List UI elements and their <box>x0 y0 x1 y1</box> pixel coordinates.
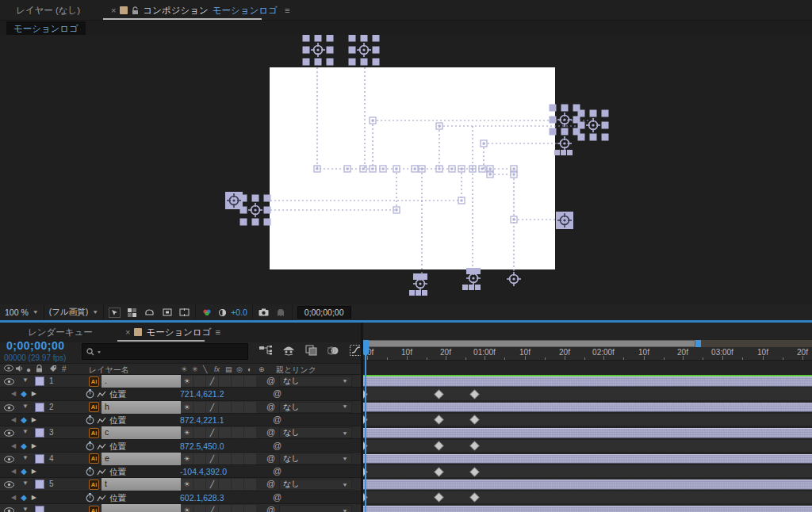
eye-icon[interactable] <box>4 456 14 463</box>
position-value[interactable]: 872.4,221.1 <box>180 415 224 425</box>
next-keyframe-icon[interactable]: ▶ <box>32 494 36 501</box>
viewer-comp-tab[interactable]: モーションロゴ <box>6 21 86 35</box>
selection-handle[interactable] <box>240 219 247 226</box>
label-color-chip[interactable] <box>35 506 44 512</box>
region-of-interest-icon[interactable] <box>161 308 173 318</box>
switch-cell[interactable] <box>193 479 206 490</box>
switch-cell[interactable] <box>193 427 206 438</box>
switch-cell[interactable] <box>244 479 257 490</box>
switch-column-icon[interactable]: ▤ <box>225 365 236 373</box>
keyframe-diamond[interactable] <box>435 468 442 476</box>
selection-handle[interactable] <box>590 134 597 141</box>
keyframe-track-row[interactable] <box>363 465 812 478</box>
layer-row[interactable]: ▼2Aih☀╱@なし▼ <box>0 401 361 414</box>
quality-icon[interactable]: ╱ <box>206 479 219 490</box>
stopwatch-icon[interactable] <box>86 467 94 476</box>
selection-handle[interactable] <box>303 47 310 54</box>
stopwatch-icon[interactable] <box>86 389 94 399</box>
current-time-display[interactable]: 0;00;00;00 <box>6 339 65 352</box>
switch-cell[interactable] <box>219 453 232 464</box>
switch-cell[interactable] <box>219 479 232 490</box>
layer-duration-bar-row[interactable] <box>363 453 812 465</box>
selection-handle[interactable] <box>475 285 481 290</box>
switch-column-icon[interactable]: ╲ <box>203 365 214 373</box>
navigator-right-handle[interactable] <box>695 340 701 347</box>
lock-column-icon[interactable] <box>36 365 43 373</box>
selection-handle[interactable] <box>303 35 310 42</box>
layer-switches[interactable]: ☀╱ <box>181 427 257 438</box>
property-pickwhip-icon[interactable]: @ <box>273 441 282 450</box>
layer-duration-bar[interactable] <box>363 506 812 512</box>
label-color-chip[interactable] <box>35 376 44 386</box>
composition-viewport[interactable] <box>0 35 812 304</box>
parent-pickwhip-icon[interactable]: @ <box>266 453 275 463</box>
position-value[interactable]: 872.5,450.0 <box>180 441 224 451</box>
keyframe-diamond[interactable] <box>470 442 478 450</box>
eye-icon[interactable] <box>4 430 14 437</box>
switch-cell[interactable] <box>219 402 232 413</box>
selection-handle[interactable] <box>590 110 597 117</box>
keyframe-diamond[interactable] <box>435 390 442 398</box>
keyframe-diamond[interactable] <box>470 416 478 424</box>
keyframe-diamond[interactable] <box>435 416 442 424</box>
parent-pickwhip-icon[interactable]: @ <box>266 402 275 411</box>
solo-column-icon[interactable]: ● <box>26 365 31 374</box>
expand-chevron-icon[interactable]: ▼ <box>22 376 29 384</box>
layer-duration-bar-row[interactable] <box>363 375 812 388</box>
navigator-visible-range[interactable] <box>363 340 695 347</box>
video-column-icon[interactable] <box>4 365 13 372</box>
switch-cell[interactable] <box>244 402 257 413</box>
quality-icon[interactable]: ╱ <box>206 505 219 512</box>
graph-icon[interactable] <box>97 443 106 450</box>
switch-cell[interactable] <box>232 427 244 438</box>
audio-column-icon[interactable] <box>15 365 23 373</box>
position-property-row[interactable]: ◀◆▶位置-104.4,392.0@ <box>0 465 361 478</box>
layer-duration-bar[interactable] <box>363 403 812 413</box>
selection-handle[interactable] <box>303 59 310 66</box>
layer-row[interactable]: ▼Ai☀╱@▼ <box>0 504 361 512</box>
selection-handle[interactable] <box>602 122 609 129</box>
label-color-chip[interactable] <box>35 454 44 464</box>
collapse-transformations-icon[interactable]: ☀ <box>181 376 193 387</box>
expand-chevron-icon[interactable]: ▼ <box>22 506 29 512</box>
layer-row[interactable]: ▼3Aic☀╱@なし▼ <box>0 426 361 439</box>
parent-dropdown[interactable]: なし▼ <box>279 479 352 490</box>
keyframe-diamond[interactable] <box>435 442 442 450</box>
keyframe-track-row[interactable] <box>363 491 812 504</box>
selection-handle[interactable] <box>327 59 334 66</box>
property-pickwhip-icon[interactable]: @ <box>273 492 282 502</box>
tab-layer-panel[interactable]: レイヤー (なし) <box>8 0 88 21</box>
panel-splitter[interactable] <box>361 323 363 512</box>
collapse-transformations-icon[interactable]: ☀ <box>181 479 193 490</box>
switch-cell[interactable] <box>244 453 257 464</box>
switch-cell[interactable] <box>219 376 232 387</box>
selection-handle[interactable] <box>349 59 356 66</box>
layer-switches[interactable]: ☀╱ <box>181 479 257 490</box>
selection-handle[interactable] <box>422 290 427 296</box>
position-property-row[interactable]: ◀◆▶位置872.5,450.0@ <box>0 440 361 453</box>
eye-icon[interactable] <box>4 404 14 411</box>
selection-handle[interactable] <box>602 110 609 117</box>
prev-keyframe-icon[interactable]: ◀ <box>11 442 16 449</box>
parent-dropdown[interactable]: なし▼ <box>279 453 352 464</box>
parent-dropdown[interactable]: ▼ <box>279 505 352 512</box>
layer-switches[interactable]: ☀╱ <box>181 402 257 413</box>
position-property-row[interactable]: ◀◆▶位置872.4,221.1@ <box>0 414 361 426</box>
position-value[interactable]: 602.1,628.3 <box>180 493 224 502</box>
switch-cell[interactable] <box>219 505 232 512</box>
layer-switches[interactable]: ☀╱ <box>181 453 257 464</box>
expand-chevron-icon[interactable]: ▼ <box>22 428 29 435</box>
selection-handle[interactable] <box>315 35 322 42</box>
layer-duration-bar[interactable] <box>363 376 812 387</box>
switch-cell[interactable] <box>232 505 244 512</box>
resolution-dropdown[interactable]: (フル画質)▼ <box>49 307 98 318</box>
position-value[interactable]: -104.4,392.0 <box>180 467 227 476</box>
stopwatch-icon[interactable] <box>86 415 94 425</box>
eye-icon[interactable] <box>4 507 14 512</box>
switch-column-icon[interactable]: fx <box>214 365 225 373</box>
parent-dropdown[interactable]: なし▼ <box>279 402 352 413</box>
keyframe-diamond[interactable] <box>435 494 442 502</box>
keyframe-track-row[interactable] <box>363 440 812 453</box>
selection-handle[interactable] <box>567 150 573 155</box>
safe-margins-icon[interactable] <box>178 308 190 318</box>
